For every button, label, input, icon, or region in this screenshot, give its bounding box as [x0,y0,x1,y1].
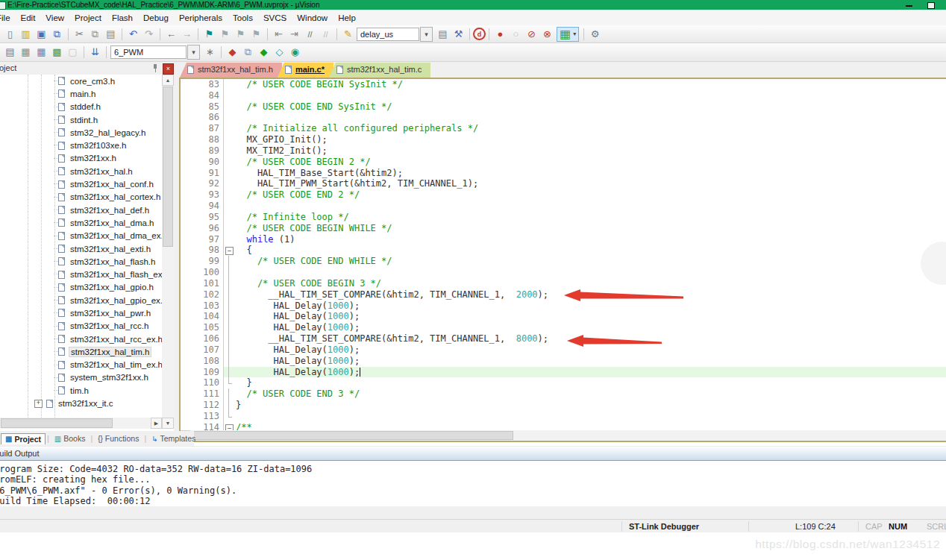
code-line[interactable]: 114/** [181,422,946,430]
menu-item-flash[interactable]: Flash [107,10,138,25]
comment-icon[interactable]: // [302,28,318,41]
fold-toggle-icon[interactable] [224,245,234,256]
code-line[interactable]: 107 HAL_Delay(1000); [181,345,946,356]
panel-tab-functions[interactable]: {}Functions [94,433,142,444]
cut-icon[interactable]: ✂ [72,28,87,41]
menu-item-project[interactable]: Project [69,10,107,25]
menu-item-edit[interactable]: Edit [16,10,41,25]
tree-item[interactable]: tim.h [0,384,162,397]
menu-item-svcs[interactable]: SVCS [258,10,292,25]
undo-icon[interactable]: ↶ [125,28,141,41]
bookmark-clear-icon[interactable]: ⚑ [248,28,264,41]
pack-installer-icon[interactable]: ◉ [287,45,303,59]
analysis-windows-button[interactable]: ▦▾ [557,27,579,42]
close-icon[interactable]: × [163,63,174,75]
code-line[interactable]: 95 /* Infinite loop */ [181,212,946,223]
tree-item[interactable]: stm32_hal_legacy.h [0,126,162,139]
breakpoint-toggle-icon[interactable]: ● [492,28,508,41]
navigate-back-icon[interactable]: ← [163,28,179,41]
tree-item[interactable]: stddef.h [0,101,162,113]
code-line[interactable]: 84 [181,90,946,101]
target-combo-dropdown[interactable]: ▾ [187,45,200,60]
tree-item[interactable]: stm32f1xx_hal_def.h [0,204,162,216]
target-combo[interactable]: 6_PWM [110,45,187,59]
expand-icon[interactable]: + [34,400,43,408]
configure-icon[interactable]: ⚙ [587,28,603,41]
code-line[interactable]: 91 HAL_TIM_Base_Start(&htim2); [181,168,946,179]
scroll-up-icon[interactable]: ▲ [162,75,174,86]
bookmark-next-icon[interactable]: ⚑ [233,28,248,41]
tree-item[interactable]: stdint.h [0,113,162,126]
scroll-down-icon[interactable]: ▼ [162,418,174,429]
code-line[interactable]: 104 HAL_Delay(1000); [181,311,946,322]
tree-item[interactable]: stm32f1xx_hal_tim_ex.h [0,359,162,371]
breakpoint-kill-all-icon[interactable]: ⊗ [539,28,555,41]
editor-hscrollbar[interactable]: ◀ [181,430,946,441]
tree-item[interactable]: stm32f1xx_hal_dma_ex.h [0,230,162,242]
code-line[interactable]: 87 /* Initialize all configured peripher… [181,123,946,134]
search-combo[interactable]: delay_us [357,28,419,41]
menu-item-debug[interactable]: Debug [138,10,174,25]
tree-item[interactable]: stm32f1xx_hal_cortex.h [0,191,162,204]
navigate-forward-icon[interactable]: → [179,28,195,41]
project-hscrollbar[interactable]: ▶ [0,418,162,429]
tree-item[interactable]: stm32f1xx_hal_conf.h [0,177,162,190]
code-line[interactable]: 108 HAL_Delay(1000); [181,356,946,367]
menu-item-file[interactable]: File [0,10,16,25]
tree-item[interactable]: stm32f1xx_hal_gpio_ex.h [0,294,162,306]
code-line[interactable]: 85 /* USER CODE END SysInit */ [181,101,946,113]
build-icon[interactable]: ▦ [18,45,34,59]
code-line[interactable]: 94 [181,201,946,212]
tree-item[interactable]: stm32f1xx_hal_tim.h [0,345,162,358]
code-line[interactable]: 96 /* USER CODE BEGIN WHILE */ [181,223,946,234]
code-line[interactable]: 102 __HAL_TIM_SET_COMPARE(&htim2, TIM_CH… [181,289,946,301]
tree-item[interactable]: main.h [0,87,162,100]
breakpoint-disable-all-icon[interactable]: ⊘ [524,28,539,41]
code-line[interactable]: 101 /* USER CODE BEGIN 3 */ [181,278,946,289]
debug-session-icon[interactable]: ⚒ [451,28,466,41]
panel-tab-templates[interactable]: ↳Templates [148,433,199,444]
tree-item[interactable]: stm32f1xx_hal_rcc.h [0,320,162,333]
search-combo-dropdown[interactable]: ▾ [420,27,433,42]
bookmark-prev-icon[interactable]: ⚑ [217,28,233,41]
code-line[interactable]: 100 [181,267,946,278]
minimize-icon[interactable] [906,5,912,7]
panel-tab-books[interactable]: ▥Books [51,433,90,444]
pin-icon[interactable] [151,64,159,72]
code-line[interactable]: 113 [181,411,946,422]
batch-build-icon[interactable]: ▩ [49,45,65,59]
menu-item-tools[interactable]: Tools [228,10,258,25]
tree-item[interactable]: stm32f1xx_hal_flash.h [0,255,162,268]
tree-item[interactable]: core_cm3.h [0,75,162,87]
lookup-icon[interactable]: d [473,28,486,40]
code-line[interactable]: 93 /* USER CODE END 2 */ [181,189,946,201]
code-line[interactable]: 88 MX_GPIO_Init(); [181,134,946,145]
stop-build-icon[interactable]: ▢ [65,45,81,59]
uncomment-icon[interactable]: // [318,28,333,41]
panel-splitter[interactable] [174,75,179,446]
tab-stm32f1xx-hal-tim-h[interactable]: stm32f1xx_hal_tim.h [180,63,282,78]
code-line[interactable]: 83 /* USER CODE BEGIN SysInit */ [181,79,946,90]
indent-icon[interactable]: ⇥ [286,28,302,41]
code-line[interactable]: 90 /* USER CODE BEGIN 2 */ [181,157,946,168]
code-line[interactable]: 92 HAL_TIM_PWM_Start(&htim2, TIM_CHANNEL… [181,178,946,189]
menu-item-peripherals[interactable]: Peripherals [174,10,228,25]
code-editor[interactable]: 83 /* USER CODE BEGIN SysInit */8485 /* … [181,79,946,430]
panel-tab-project[interactable]: ▦Project [1,433,46,444]
new-file-icon[interactable]: ▯ [2,28,18,41]
find-in-target-icon[interactable]: ▤ [435,28,451,41]
code-line[interactable]: 97 while (1) [181,234,946,245]
file-extensions-icon[interactable]: ⧉ [240,45,256,59]
code-line[interactable]: 105 HAL_Delay(1000); [181,322,946,333]
vscroll-thumb[interactable] [163,86,173,247]
maximize-icon[interactable] [927,2,935,9]
menu-item-window[interactable]: Window [292,10,333,25]
tree-item[interactable]: stm32f1xx_hal.h [0,165,162,177]
tree-item[interactable]: stm32f1xx_hal_flash_ex.h [0,268,162,280]
download-icon[interactable]: ⇊ [87,45,103,59]
editor-hscroll-thumb[interactable] [191,431,513,440]
find-in-files-icon[interactable]: ✎ [340,28,356,41]
tree-item[interactable]: +stm32f1xx_it.c [0,397,162,409]
menu-item-view[interactable]: View [40,10,69,25]
breakpoint-enable-icon[interactable]: ○ [508,28,524,41]
